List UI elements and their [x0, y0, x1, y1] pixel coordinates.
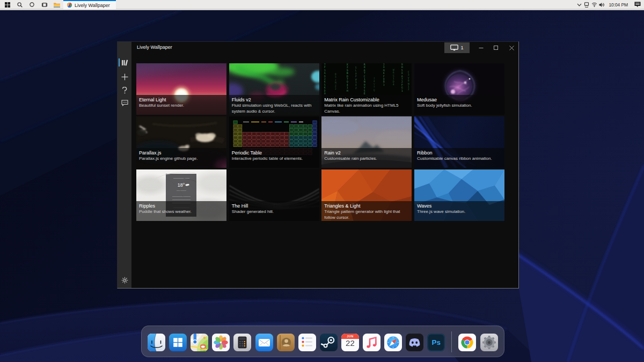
- display-tray-icon: [584, 2, 589, 8]
- dock-icon-steam[interactable]: [320, 334, 338, 351]
- library-icon: [121, 60, 128, 66]
- dock-icon-system-settings[interactable]: [480, 334, 498, 351]
- tile-title: Fluids v2: [232, 97, 317, 104]
- hidden-icons-chevron-icon: [577, 3, 582, 6]
- wallpaper-tile-ripples[interactable]: 18° Ripples: [136, 169, 226, 221]
- feedback-icon: [121, 100, 128, 106]
- display-count: 1: [460, 45, 463, 50]
- tile-title: Triangles & Light: [324, 203, 409, 210]
- dock-icon-maps[interactable]: [191, 334, 208, 351]
- close-button[interactable]: [505, 42, 518, 54]
- dock-icon-chrome[interactable]: [458, 334, 476, 351]
- dock-icon-calendar[interactable]: JUN 22: [341, 334, 359, 351]
- wallpaper-tile-parallax-js[interactable]: Parallax.js Parallax.js engine github pa…: [136, 116, 226, 168]
- action-center-button[interactable]: [631, 0, 644, 9]
- sidebar-item-settings[interactable]: [118, 275, 131, 285]
- dock-icon-reminders[interactable]: [298, 334, 316, 351]
- dock-icon-mail[interactable]: [255, 334, 273, 351]
- tile-caption: Periodic Table Interactive periodic tabl…: [229, 148, 319, 168]
- tile-desc: Triangle pattern generator with light th…: [324, 209, 409, 220]
- discord-icon: [406, 334, 423, 351]
- finder-icon: [148, 334, 165, 351]
- lively-wallpaper-window: Lively Wallpaper 1 Eternal Ligh: [117, 41, 519, 289]
- tile-desc: Soft body jellyfish simulation.: [417, 103, 502, 109]
- dock-icon-calculator[interactable]: [233, 334, 251, 351]
- dock-icon-finder[interactable]: [148, 334, 165, 351]
- close-icon: [509, 46, 514, 50]
- wallpaper-tile-periodic-table[interactable]: Periodic Table Interactive periodic tabl…: [229, 116, 319, 168]
- dock-icon-discord[interactable]: [406, 334, 423, 351]
- minimize-button[interactable]: [474, 42, 487, 54]
- task-button-label: Lively Wallpaper: [75, 3, 110, 8]
- wallpaper-tile-eternal-light[interactable]: Eternal Light Beautiful sunset render.: [136, 63, 226, 115]
- tile-title: Eternal Light: [139, 97, 224, 104]
- reminders-icon: [298, 334, 316, 351]
- desktop: Lively Wallpaper: [0, 0, 644, 362]
- wallpaper-tile-triangles-light[interactable]: Triangles & Light Triangle pattern gener…: [321, 169, 412, 221]
- dock-icon-contacts[interactable]: [277, 334, 295, 351]
- add-wallpaper-icon: [121, 73, 128, 80]
- music-icon: [363, 334, 380, 351]
- sidebar-item-add-wallpaper[interactable]: [118, 72, 131, 82]
- windows-icon: [169, 334, 187, 351]
- monitor-icon: [450, 45, 458, 51]
- wallpaper-tile-waves[interactable]: Waves Three.js wave simulation.: [414, 169, 504, 221]
- wallpaper-tile-rain-v2[interactable]: Rain v2 Customisable rain particles.: [321, 116, 412, 168]
- wifi-icon: [591, 2, 597, 7]
- steam-icon: [320, 334, 338, 351]
- photos-icon: [212, 334, 230, 351]
- search-button[interactable]: [13, 0, 26, 9]
- tile-title: Parallax.js: [139, 150, 224, 157]
- maps-icon: [191, 334, 208, 351]
- action-center-icon: [634, 2, 641, 8]
- settings-icon: [121, 277, 128, 284]
- calculator-icon: [233, 334, 251, 351]
- dock-icon-photos[interactable]: [212, 334, 230, 351]
- tile-title: The Hill: [232, 203, 317, 210]
- wallpaper-tile-ribbon[interactable]: Ribbon Customisable canvas ribbon animat…: [414, 116, 504, 168]
- maximize-button[interactable]: [489, 42, 502, 54]
- tile-caption: Rain v2 Customisable rain particles.: [321, 148, 412, 168]
- volume-button[interactable]: [598, 0, 605, 9]
- display-select-button[interactable]: 1: [444, 42, 470, 53]
- sidebar-item-help[interactable]: [118, 85, 131, 95]
- tile-title: Periodic Table: [232, 150, 317, 157]
- search-icon: [17, 2, 23, 8]
- wallpaper-tile-the-hill[interactable]: The Hill Shader generated hill.: [229, 169, 319, 221]
- tile-desc: Beautiful sunset render.: [139, 103, 224, 109]
- tile-title: Matrix Rain Customizable: [324, 97, 409, 104]
- wallpaper-tile-medusae[interactable]: Medusae Soft body jellyfish simulation.: [414, 63, 504, 115]
- display-tray-button[interactable]: [583, 0, 590, 9]
- dock-icon-music[interactable]: [363, 334, 380, 351]
- tile-desc: Matrix like rain animation using HTML5 C…: [324, 103, 409, 114]
- sidebar-item-feedback[interactable]: [118, 98, 131, 108]
- help-icon: [122, 87, 128, 94]
- taskbar-task-lively-wallpaper[interactable]: Lively Wallpaper: [63, 0, 116, 9]
- dock-icon-safari[interactable]: [384, 334, 402, 351]
- start-button[interactable]: [1, 0, 13, 9]
- tile-caption: Ribbon Customisable canvas ribbon animat…: [414, 148, 504, 168]
- system-tray: 10:04 PM: [575, 0, 644, 9]
- task-view-button[interactable]: [38, 0, 50, 9]
- contacts-icon: [277, 334, 295, 351]
- tile-title: Medusae: [417, 97, 502, 104]
- tile-desc: Customisable rain particles.: [324, 156, 409, 162]
- wallpaper-tile-fluids-v2[interactable]: Fluids v2 Fluid simulation using WebGL, …: [229, 63, 319, 115]
- file-explorer-icon: [54, 2, 60, 8]
- cortana-button[interactable]: [26, 0, 38, 9]
- tile-desc: Puddle that shows weather.: [139, 209, 224, 215]
- tile-desc: Customisable canvas ribbon animation.: [417, 156, 502, 162]
- system-settings-icon: [480, 334, 498, 351]
- tile-caption: Triangles & Light Triangle pattern gener…: [321, 201, 412, 221]
- network-button[interactable]: [590, 0, 598, 9]
- tile-caption: Ripples Puddle that shows weather.: [136, 201, 226, 221]
- photoshop-label: Ps: [427, 334, 445, 351]
- dock-icon-photoshop[interactable]: Ps: [427, 334, 445, 351]
- taskbar-clock[interactable]: 10:04 PM: [609, 2, 628, 8]
- hidden-icons-button[interactable]: [575, 0, 583, 9]
- mail-icon: [255, 334, 273, 351]
- wallpaper-tile-matrix-rain[interactable]: 7F3A92K5KD0 83JMZ2 X29BD7Q41H 5L0PW34Z R…: [321, 63, 412, 115]
- dock-icon-windows[interactable]: [169, 334, 187, 351]
- sidebar-item-library[interactable]: [118, 58, 131, 68]
- file-explorer-button[interactable]: [50, 0, 63, 9]
